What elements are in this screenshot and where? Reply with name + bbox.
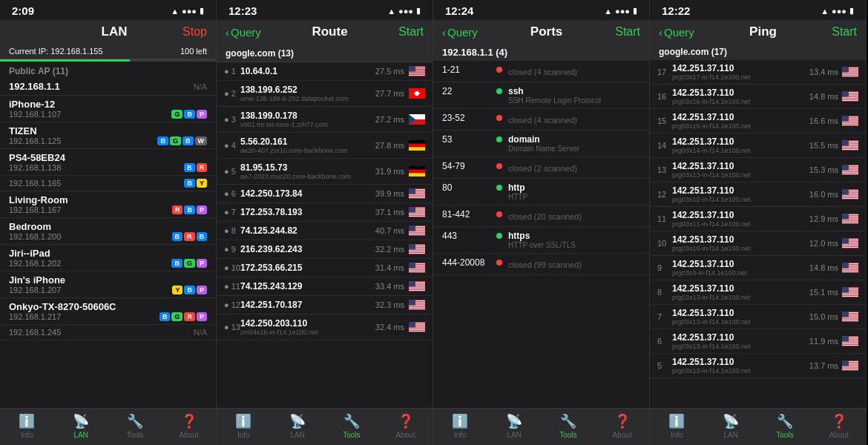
tab-about[interactable]: ❓ About [812,413,866,439]
tab-tools[interactable]: 🔧 Tools [325,413,379,439]
device-ip: 192.168.1.125 [9,136,61,145]
list-item[interactable]: PS4-58EB24 192.168.1.138 B R [0,149,216,176]
list-item[interactable]: 81-442 closed (20 scanned) [433,205,649,227]
route-ip: 10.64.0.1 [240,66,375,76]
list-item[interactable]: ● 7 172.253.78.193 37.1 ms [217,203,433,222]
list-item[interactable]: ● 8 74.125.244.82 40.7 ms [217,222,433,240]
tab-lan[interactable]: 📡 LAN [54,413,108,439]
list-item[interactable]: ● 11 74.125.243.129 33.4 ms [217,277,433,296]
back-button-4[interactable]: ‹ Query [659,26,694,39]
tab-info[interactable]: ℹ️ Info [217,413,271,439]
start-button-2[interactable]: Start [398,25,424,39]
list-item[interactable]: 8 142.251.37.110 prg03x13-in-f14.1e100.n… [650,280,866,305]
list-item[interactable]: 23-52 closed (4 scanned) [433,109,649,131]
list-item[interactable]: 6 142.251.37.110 prg03s13-in-f14.1e100.n… [650,329,866,354]
list-item[interactable]: 15 142.251.37.110 prg03x15-in-f14.1e100.… [650,109,866,134]
svg-rect-134 [842,195,858,196]
list-item[interactable]: 5 142.251.37.110 prg03x13-in-f14.1e100.n… [650,354,866,378]
time-1: 2:09 [12,4,34,17]
list-item[interactable]: ● 5 81.95.15.73 ae7-2023.muc20.core-back… [217,159,433,185]
list-item[interactable]: 443 https HTTP over SSL/TLS [433,227,649,254]
tab-tools[interactable]: 🔧 Tools [542,413,596,439]
badge: P [197,259,207,268]
ping-ip-sub: prg03x17-in-f14.1e100.net [672,73,809,81]
ping-ip-info: 142.251.37.110 prg03x13-in-f14.1e100.net [672,357,809,375]
list-item[interactable]: Onkyo-TX-8270-50606C 192.168.1.217 B G R… [0,298,216,325]
tab-tools[interactable]: 🔧 Tools [758,413,812,439]
tab-tools[interactable]: 🔧 Tools [108,413,162,439]
list-item[interactable]: 11 142.251.37.110 prg03x11-in-f14.1e100.… [650,207,866,231]
list-item[interactable]: ● 3 138.199.0.178 v001.mr-txt-core-1.zrh… [217,107,433,133]
back-button-2[interactable]: ‹ Query [226,26,261,39]
route-num: ● 11 [224,282,240,291]
list-item[interactable]: 192.168.1.245 N/A [0,325,216,340]
svg-rect-177 [842,312,849,317]
tab-about[interactable]: ❓ About [378,413,433,439]
route-info: 81.95.15.73 ae7-2023.muc20.core-backbone… [240,162,375,180]
svg-rect-38 [409,213,425,214]
list-item[interactable]: ● 6 142.250.173.84 39.9 ms [217,185,433,203]
tab-info[interactable]: ℹ️ Info [650,413,704,439]
tab-lan[interactable]: 📡 LAN [704,413,758,439]
list-item[interactable]: 16 142.251.37.110 prg03x16-in-f14.1e100.… [650,85,866,109]
list-item[interactable]: 22 ssh SSH Remote Login Protocol [433,82,649,109]
ping-ip-sub: prg03x10-in-f14.1e100.net [672,245,809,252]
list-item[interactable]: ● 9 216.239.62.243 32.2 ms [217,240,433,259]
list-item[interactable]: ● 10 172.253.66.215 31.4 ms [217,259,433,277]
list-item[interactable]: 192.168.1.1 N/A [0,78,216,96]
list-item[interactable]: 14 142.251.37.110 prg03x14-in-f14.1e100.… [650,134,866,158]
list-item[interactable]: 13 142.251.37.110 prg03x13-in-f14.1e100.… [650,158,866,182]
port-range: 81-442 [442,209,490,220]
list-item[interactable]: ● 4 5.56.20.161 ae20-407.zur10.core-back… [217,133,433,159]
list-item[interactable]: 10 142.251.37.110 prg03x10-in-f14.1e100.… [650,231,866,256]
signal-icon: ●●● [832,7,846,16]
tab-info[interactable]: ℹ️ Info [0,413,54,439]
tab-lan[interactable]: 📡 LAN [271,413,325,439]
list-item[interactable]: Jin's iPhone 192.168.1.207 Y B P [0,271,216,298]
svg-rect-97 [842,67,849,73]
ping-ip-info: 142.251.37.110 prg03x11-in-f14.1e100.net [672,210,809,228]
svg-rect-47 [409,233,425,234]
public-ap-header: Public AP (11) [0,62,216,78]
ping-ms: 16.0 ms [809,190,838,199]
list-item[interactable]: 54-79 closed (2 scanned) [433,157,649,179]
back-button-3[interactable]: ‹ Query [442,26,478,39]
badge: G [171,110,183,119]
list-item[interactable]: ● 1 10.64.0.1 27.5 ms [217,62,433,81]
start-button-3[interactable]: Start [615,25,640,39]
list-item[interactable]: ● 13 142.250.203.110 zm04x1b-in-f14.1e10… [217,314,433,340]
route-ip: 5.56.20.161 [240,136,375,147]
list-item[interactable]: 444-20008 closed (99 scanned) [433,254,649,275]
svg-rect-33 [409,188,415,194]
list-item[interactable]: ● 12 142.251.70.187 32.3 ms [217,296,433,314]
list-item[interactable]: iPhone-12 192.168.1.107 G B P [0,96,216,122]
list-item[interactable]: TIZEN 192.168.1.125 B G B W [0,122,216,149]
status-bar-4: 12:22 ▲ ●●● ▮ [650,0,866,20]
list-item[interactable]: Jiri--iPad 192.168.1.202 B G P [0,245,216,271]
badge: B [184,110,195,119]
tab-info[interactable]: ℹ️ Info [433,413,487,439]
list-item[interactable]: 9 142.251.37.110 prg03s9-in-f14.1e100.ne… [650,256,866,280]
tab-lan[interactable]: 📡 LAN [487,413,542,439]
stop-button[interactable]: Stop [183,25,207,39]
flag-us-icon [842,336,858,346]
list-item[interactable]: 1-21 closed (4 scanned) [433,61,649,82]
list-item[interactable]: ● 2 138.199.6.252 ume-138-199-6-252.data… [217,81,433,107]
start-button-4[interactable]: Start [832,25,857,39]
list-item[interactable]: 53 domain Domain Name Server [433,131,649,157]
list-item[interactable]: 192.168.1.165 B Y [0,176,216,191]
tab-about[interactable]: ❓ About [595,413,649,439]
list-item[interactable]: 12 142.251.37.110 prg03x12-in-f14.1e100.… [650,182,866,207]
nav-title-1: LAN [102,24,128,39]
port-name: http [508,182,640,193]
tab-about[interactable]: ❓ About [162,413,216,439]
list-item[interactable]: 17 142.251.37.110 prg03x17-in-f14.1e100.… [650,60,866,85]
list-item[interactable]: 80 http HTTP [433,179,649,205]
svg-rect-135 [842,197,858,197]
ping-ip-main: 142.251.37.110 [672,210,809,220]
svg-rect-78 [409,306,425,306]
list-item[interactable]: 7 142.251.37.110 prg03x13-in-f14.1e100.n… [650,305,866,329]
list-item[interactable]: Bedroom 192.168.1.200 B R B [0,218,216,245]
list-item[interactable]: Living-Room 192.168.1.167 R B P [0,191,216,218]
flag-us-icon [842,263,858,273]
